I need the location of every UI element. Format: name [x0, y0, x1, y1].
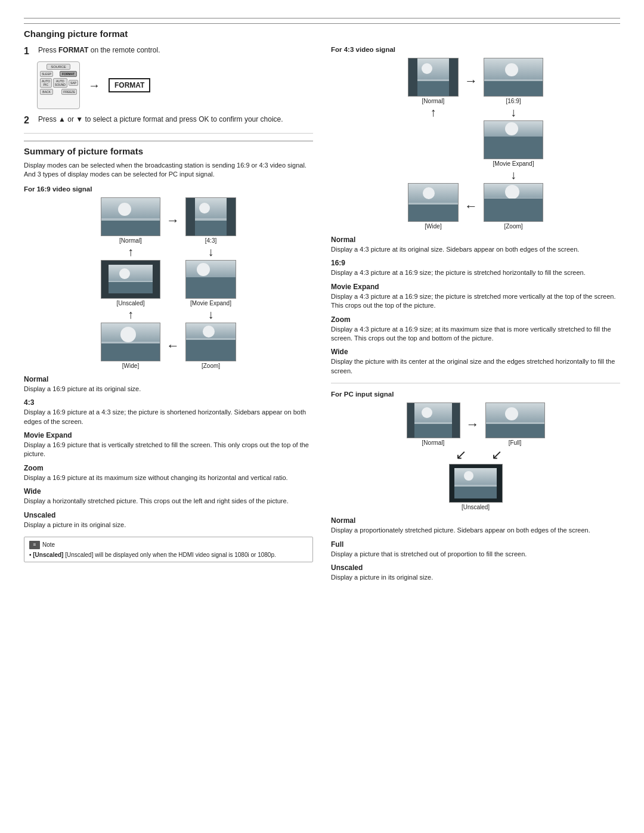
desc-169-normal-text: Display a 16:9 picture at its original s…	[24, 385, 313, 394]
pic-169-unscaled: [Unscaled]	[101, 260, 160, 306]
pic-pc-full: [Full]	[485, 402, 545, 446]
arrow-down-169-43: ↓	[484, 106, 543, 119]
arrow-down-movieexpand-43: ↓	[484, 168, 543, 182]
pic-pc-unscaled: [Unscaled]	[449, 464, 503, 510]
desc-43-normal-text: Display a 4:3 picture at its original si…	[331, 245, 620, 254]
desc-43-wide-text: Display the picture with its center at t…	[331, 357, 620, 376]
arrow-pc-normal-to-full: →	[466, 417, 479, 432]
label-pc: For PC input signal	[331, 391, 620, 398]
sidebar-43-l	[408, 58, 417, 96]
desc-169-43-title: 4:3	[24, 398, 313, 407]
arrow-zoom-to-wide-169: ←	[166, 338, 179, 354]
pic-43-zoom: [Zoom]	[484, 183, 543, 230]
auto-sound-btn: AUTO SOUND	[53, 78, 67, 88]
pic-169-normal-label: [Normal]	[119, 237, 142, 244]
desc-pc-full-text: Display a picture that is stretched out …	[331, 550, 620, 559]
pic-pc-full-label: [Full]	[509, 439, 522, 446]
step-2: 2 Press ▲ or ▼ to select a picture forma…	[24, 115, 313, 126]
desc-43-movieexpand-text: Display a 4:3 picture at a 16:9 size; th…	[331, 292, 620, 311]
desc-pc-unscaled-title: Unscaled	[331, 563, 620, 572]
sidebar-pc-l	[407, 403, 414, 438]
note-header: ≡ Note	[29, 541, 308, 549]
desc-pc-normal-title: Normal	[331, 516, 620, 525]
pic-169-normal: [Normal]	[101, 197, 160, 244]
pic-169-43-label: [4:3]	[205, 237, 216, 244]
remote-row-2: AUTO PIC AUTO SOUND SAP	[39, 78, 78, 88]
desc-169-wide-title: Wide	[24, 487, 313, 496]
pic-43-movieexpand: [Movie Expand]	[484, 120, 543, 167]
pic-169-43: [4:3]	[185, 197, 236, 244]
diagram-169: [Normal] → [4:3] ↑	[24, 197, 313, 369]
arrow-to-format: →	[88, 79, 100, 92]
diagram-pc: [Normal] → [Full] ↙ ↙	[331, 402, 620, 510]
desc-169-zoom-text: Display a 16:9 picture at its maximum si…	[24, 473, 313, 482]
back-btn: BACK	[40, 89, 53, 95]
desc-43-wide-title: Wide	[331, 348, 620, 356]
note-label: Note	[42, 541, 55, 548]
pic-169-movieexpand-label: [Movie Expand]	[190, 300, 231, 306]
label-43: For 4:3 video signal	[331, 46, 620, 53]
desc-169-zoom-title: Zoom	[24, 464, 313, 472]
pic-169-movieexpand: [Movie Expand]	[185, 260, 236, 306]
arrow-43-normal-to-169: →	[465, 73, 478, 89]
desc-pc-full-title: Full	[331, 540, 620, 549]
sap-btn: SAP	[69, 80, 78, 86]
desc-43-normal-title: Normal	[331, 236, 620, 244]
pic-169-zoom: [Zoom]	[185, 323, 236, 369]
section-title-summary: Summary of picture formats	[24, 141, 313, 156]
pic-43-169-label: [16:9]	[506, 98, 521, 104]
arrow-zoom-to-wide-43: ←	[465, 199, 478, 214]
sidebar-l	[186, 198, 195, 236]
arrow-up-normal-43: ↑	[408, 106, 459, 119]
sleep-btn: SLEEP	[40, 71, 53, 77]
pic-169-zoom-label: [Zoom]	[202, 363, 220, 369]
desc-169-wide-text: Display a horizontally stretched picture…	[24, 497, 313, 506]
remote-row-1: SLEEP FORMAT	[39, 71, 78, 77]
desc-43-zoom-text: Display a 4:3 picture at a 16:9 size; at…	[331, 325, 620, 343]
arrow-169-normal-to-43: →	[166, 213, 179, 228]
arrow-up-wide-169: ↑	[101, 308, 160, 321]
pic-43-169: [16:9]	[484, 58, 543, 104]
pic-pc-normal: [Normal]	[407, 402, 460, 446]
step-1: 1 Press FORMAT on the remote control.	[24, 46, 313, 57]
arrow-up-left-169: ↑	[101, 245, 160, 259]
remote-illustration: SOURCE SLEEP FORMAT AUTO PIC AUTO SOUND …	[37, 61, 313, 109]
desc-169-unscaled-text: Display a picture in its original size.	[24, 521, 313, 529]
desc-43-169-title: 16:9	[331, 259, 620, 267]
pic-43-normal: [Normal]	[408, 58, 459, 104]
desc-169-43-text: Display a 16:9 picture at a 4:3 size; th…	[24, 408, 313, 426]
freeze-btn: FREEZE	[61, 89, 77, 95]
desc-43-169-text: Display a 4:3 picture at a 16:9 size; th…	[331, 268, 620, 277]
pic-43-movieexpand-label: [Movie Expand]	[493, 160, 534, 167]
note-text-content: [Unscaled] will be displayed only when t…	[65, 552, 276, 558]
desc-pc-normal-text: Display a proportionately stretched pict…	[331, 526, 620, 535]
format-btn-remote: FORMAT	[60, 71, 77, 77]
auto-pic-btn: AUTO PIC	[40, 78, 52, 88]
step-number-1: 1	[24, 46, 33, 57]
note-icon: ≡	[29, 541, 40, 549]
pic-43-normal-label: [Normal]	[422, 98, 445, 104]
arrow-pc-to-unscaled-left: ↙	[413, 447, 466, 463]
arrow-down-zoom-169: ↓	[185, 308, 236, 321]
pic-pc-normal-label: [Normal]	[422, 439, 445, 446]
step-number-2: 2	[24, 115, 33, 126]
remote-body: SOURCE SLEEP FORMAT AUTO PIC AUTO SOUND …	[37, 61, 80, 109]
pic-169-unscaled-label: [Unscaled]	[116, 300, 144, 306]
desc-169-movieexpand-text: Display a 16:9 picture that is verticall…	[24, 441, 313, 459]
summary-intro: Display modes can be selected when the b…	[24, 161, 313, 179]
note-text: • [Unscaled] [Unscaled] will be displaye…	[29, 552, 308, 558]
step2-text: Press ▲ or ▼ to select a picture format …	[38, 115, 283, 123]
desc-43-movieexpand-title: Movie Expand	[331, 283, 620, 291]
arrow-pc-to-unscaled-right: ↙	[491, 447, 551, 463]
desc-43-zoom-title: Zoom	[331, 315, 620, 324]
pic-43-zoom-label: [Zoom]	[504, 223, 522, 230]
pic-43-wide-label: [Wide]	[425, 223, 441, 230]
step1-text: Press	[38, 46, 58, 54]
remote-row-3: BACK FREEZE	[39, 89, 78, 95]
format-label-box: FORMAT	[109, 78, 150, 92]
desc-169-unscaled-title: Unscaled	[24, 511, 313, 519]
pic-pc-unscaled-label: [Unscaled]	[462, 504, 490, 510]
desc-pc-unscaled-text: Display a picture in its original size.	[331, 573, 620, 582]
sidebar-pc-r	[452, 403, 459, 438]
diagram-43: [Normal] → [16:9] ↑ ↓	[331, 58, 620, 230]
